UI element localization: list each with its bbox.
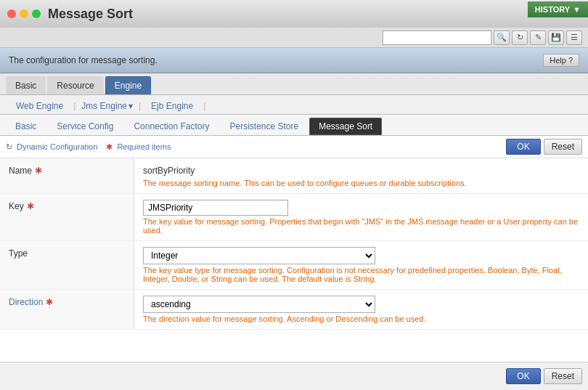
- sub-tab-ejb-engine[interactable]: Ejb Engine: [141, 98, 203, 114]
- main-tab-row: Basic Resource Engine: [0, 73, 588, 95]
- required-items-label: Required items: [117, 142, 171, 151]
- ok-button-top[interactable]: OK: [506, 139, 540, 155]
- help-icon: ?: [568, 56, 573, 65]
- search-input[interactable]: [383, 31, 491, 45]
- name-value: sortByPriority: [143, 164, 579, 177]
- name-description: The message sorting name. This can be us…: [143, 179, 579, 187]
- tab-engine[interactable]: Engine: [105, 76, 151, 94]
- chevron-down-icon: ▼: [573, 5, 581, 14]
- traffic-light-green: [32, 9, 41, 18]
- header-bar: Message Sort HISTORY ▼: [0, 0, 588, 28]
- help-label: Help: [550, 56, 566, 65]
- engine-tab-row: Web Engine | Jms Engine ▾ | Ejb Engine |: [0, 95, 588, 115]
- traffic-light-yellow: [20, 9, 28, 18]
- label-name: Name ✱: [0, 158, 134, 193]
- key-description: The key value for message sorting. Prope…: [143, 217, 579, 235]
- form-row-type: Type Integer Boolean Byte Float Double S…: [0, 241, 588, 290]
- ok-button-bottom[interactable]: OK: [506, 368, 540, 384]
- reset-button-top[interactable]: Reset: [544, 139, 582, 155]
- inner-tab-connection-factory[interactable]: Connection Factory: [124, 118, 219, 135]
- edit-icon[interactable]: ✎: [530, 31, 546, 45]
- form-area: Name ✱ sortByPriority The message sortin…: [0, 158, 588, 330]
- required-star-direction: ✱: [46, 297, 53, 307]
- type-select[interactable]: Integer Boolean Byte Float Double String: [143, 247, 375, 264]
- field-key: The key value for message sorting. Prope…: [134, 194, 588, 240]
- type-description: The key value type for message sorting. …: [143, 266, 579, 283]
- inner-tab-service-config[interactable]: Service Config: [47, 118, 123, 135]
- dynamic-config-icon: ↻: [6, 142, 12, 151]
- dynamic-bar-actions: OK Reset: [506, 139, 582, 155]
- search-icon[interactable]: 🔍: [494, 31, 510, 45]
- menu-icon[interactable]: ☰: [566, 31, 582, 45]
- required-star-name: ✱: [35, 166, 42, 176]
- required-star-key: ✱: [27, 201, 34, 211]
- form-row-key: Key ✱ The key value for message sorting.…: [0, 194, 588, 241]
- label-direction: Direction ✱: [0, 290, 134, 329]
- direction-description: The direction value for message sorting.…: [143, 314, 579, 323]
- help-button[interactable]: Help ?: [543, 54, 579, 67]
- history-label: HISTORY: [535, 5, 570, 14]
- tab-resource[interactable]: Resource: [47, 76, 103, 94]
- field-name: sortByPriority The message sorting name.…: [134, 158, 588, 193]
- field-direction: ascending descending The direction value…: [134, 290, 588, 329]
- traffic-lights: [7, 9, 41, 18]
- key-input[interactable]: [143, 200, 288, 216]
- sub-tab-jms-engine[interactable]: Jms Engine ▾: [75, 98, 139, 114]
- page-title: Message Sort: [48, 7, 133, 22]
- inner-tab-message-sort[interactable]: Message Sort: [309, 118, 382, 135]
- required-icon: ✱: [106, 142, 113, 151]
- label-type: Type: [0, 241, 134, 289]
- dynamic-config-label[interactable]: Dynamic Configuration: [17, 142, 97, 151]
- bottom-action-bar: OK Reset: [0, 362, 588, 390]
- traffic-light-red: [7, 9, 16, 18]
- form-row-name: Name ✱ sortByPriority The message sortin…: [0, 158, 588, 194]
- refresh-icon[interactable]: ↻: [512, 31, 528, 45]
- dropdown-arrow-icon: ▾: [128, 101, 133, 111]
- inner-tab-basic[interactable]: Basic: [6, 118, 46, 135]
- direction-select[interactable]: ascending descending: [143, 296, 375, 313]
- inner-tab-persistence-store[interactable]: Persistence Store: [220, 118, 308, 135]
- history-button[interactable]: HISTORY ▼: [528, 1, 588, 17]
- dynamic-config-bar: ↻ Dynamic Configuration ✱ Required items…: [0, 136, 588, 158]
- label-key: Key ✱: [0, 194, 134, 240]
- reset-button-bottom[interactable]: Reset: [544, 368, 582, 384]
- form-row-direction: Direction ✱ ascending descending The dir…: [0, 290, 588, 330]
- toolbar: 🔍 ↻ ✎ 💾 ☰: [0, 28, 588, 48]
- main-content: Basic Resource Engine Web Engine | Jms E…: [0, 73, 588, 330]
- info-bar: The configuration for message sorting. H…: [0, 48, 588, 73]
- sub-tab-web-engine[interactable]: Web Engine: [6, 98, 73, 114]
- info-description: The configuration for message sorting.: [9, 55, 158, 65]
- tab-basic[interactable]: Basic: [6, 76, 46, 94]
- field-type: Integer Boolean Byte Float Double String…: [134, 241, 588, 289]
- save-icon[interactable]: 💾: [548, 31, 564, 45]
- inner-tab-row: Basic Service Config Connection Factory …: [0, 115, 588, 136]
